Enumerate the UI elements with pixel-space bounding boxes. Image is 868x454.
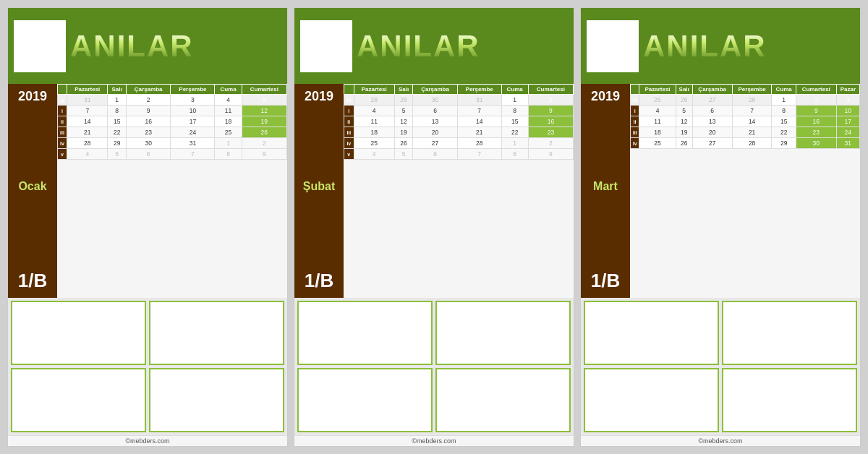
cal-day: 26	[242, 127, 286, 138]
calendar-page-mart: ANILAR2019Mart1/BPazartesiSalıÇarşambaPe…	[580, 7, 861, 447]
week-num: oi	[344, 95, 354, 106]
table-row: iv2829303112	[58, 138, 287, 149]
photo-cell-2	[297, 368, 433, 432]
footer-mart: ©mebders.com	[581, 435, 860, 446]
cal-day: 1	[772, 95, 796, 106]
anilar-title-ocak: ANILAR	[70, 31, 194, 61]
cal-day: 2	[528, 95, 573, 106]
cal-day: 9	[126, 106, 171, 116]
top-section-subat: ANILAR	[294, 8, 574, 84]
calendar-page-subat: ANILAR2019Şubat1/BPazartesiSalıÇarşambaP…	[294, 7, 574, 447]
cal-left-mart: 2019Mart1/B	[581, 84, 630, 298]
cal-day: 27	[692, 95, 732, 106]
cal-day: 2	[126, 95, 171, 106]
week-num: i	[344, 106, 354, 116]
calendar-section-mart: 2019Mart1/BPazartesiSalıÇarşambaPerşembe…	[581, 84, 860, 298]
cal-day: 24	[171, 127, 215, 138]
cal-day: 13	[692, 116, 732, 127]
cal-class-subat: 1/B	[305, 270, 333, 292]
photo-grid-ocak	[8, 298, 287, 435]
table-row: p3112345	[58, 95, 287, 106]
cal-header: Pazar	[836, 85, 859, 95]
cal-day: 23	[796, 127, 836, 138]
cal-header: Perşembe	[457, 85, 501, 95]
cal-day: 19	[394, 127, 412, 138]
photo-box-top-ocak	[14, 20, 66, 72]
week-num: i	[58, 106, 67, 116]
cal-year-mart: 2019	[591, 90, 620, 104]
page-wrapper: ANILAR2019Ocak1/BPazartesiSalıÇarşambaPe…	[0, 0, 868, 454]
table-row: oi25262728123	[631, 95, 860, 106]
cal-day: 15	[772, 116, 796, 127]
cal-day: 2	[528, 138, 573, 149]
week-num: iv	[344, 138, 354, 149]
cal-day: 21	[67, 127, 108, 138]
cal-header: Pazartesi	[639, 85, 676, 95]
cal-day: 7	[457, 149, 501, 160]
cal-day: 10	[836, 106, 859, 116]
cal-day: 30	[413, 95, 457, 106]
cal-day: 29	[108, 138, 126, 149]
cal-header: Cuma	[215, 85, 242, 95]
cal-day: 7	[67, 106, 108, 116]
week-num: iii	[631, 127, 639, 138]
cal-day: 31	[171, 138, 215, 149]
cal-day: 24	[836, 127, 859, 138]
cal-day: 28	[354, 95, 394, 106]
cal-day: 12	[676, 116, 692, 127]
cal-header: Salı	[108, 85, 126, 95]
top-section-ocak: ANILAR	[8, 8, 287, 84]
photo-box-top-mart	[587, 20, 639, 72]
cal-day: 22	[501, 127, 528, 138]
cal-header: Cuma	[772, 85, 796, 95]
cal-day: 7	[732, 106, 772, 116]
cal-header: Cuma	[501, 85, 528, 95]
cal-grid-subat: PazartesiSalıÇarşambaPerşembeCumaCumarte…	[344, 84, 574, 298]
table-row: i456789	[344, 106, 574, 116]
cal-day: 21	[457, 127, 501, 138]
anilar-title-subat: ANILAR	[357, 31, 480, 61]
cal-day: 28	[457, 138, 501, 149]
cal-day: 6	[692, 106, 732, 116]
cal-day: 28	[732, 138, 772, 149]
cal-day: 30	[796, 138, 836, 149]
table-row: i789101112	[58, 106, 287, 116]
photo-cell-3	[722, 368, 857, 432]
week-num: v	[58, 149, 67, 160]
cal-day: 25	[215, 127, 242, 138]
cal-day: 18	[215, 116, 242, 127]
cal-header: Cumartesi	[242, 85, 286, 95]
cal-day: 9	[528, 149, 573, 160]
week-num: ii	[631, 116, 639, 127]
table-row: i45678910	[631, 106, 860, 116]
table-row: iii181920212223	[344, 127, 574, 138]
cal-day: 6	[413, 149, 457, 160]
cal-day: 1	[215, 138, 242, 149]
cal-day: 18	[354, 127, 394, 138]
photo-cell-3	[149, 368, 284, 432]
photo-cell-0	[584, 301, 719, 365]
cal-day: 20	[413, 127, 457, 138]
cal-day: 8	[108, 106, 126, 116]
cal-left-subat: 2019Şubat1/B	[294, 84, 344, 298]
week-num: iii	[344, 127, 354, 138]
cal-day: 26	[676, 95, 692, 106]
photo-cell-3	[435, 368, 571, 432]
cal-day: 26	[676, 138, 692, 149]
cal-month-subat: Şubat	[303, 180, 335, 193]
cal-day: 16	[528, 116, 573, 127]
cal-header: Çarşamba	[413, 85, 457, 95]
cal-header: Perşembe	[732, 85, 772, 95]
week-num: ii	[344, 116, 354, 127]
cal-header: Çarşamba	[126, 85, 171, 95]
table-row: v456789	[344, 149, 574, 160]
cal-day: 30	[126, 138, 171, 149]
cal-month-ocak: Ocak	[18, 180, 46, 193]
cal-day: 31	[457, 95, 501, 106]
cal-header: Perşembe	[171, 85, 215, 95]
cal-day: 27	[692, 138, 732, 149]
week-num: p	[58, 95, 67, 106]
cal-day: 26	[394, 138, 412, 149]
cal-day: 8	[501, 149, 528, 160]
footer-ocak: ©mebders.com	[8, 435, 287, 446]
